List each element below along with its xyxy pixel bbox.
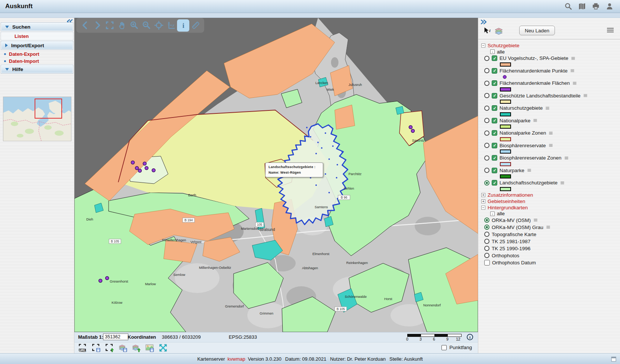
layer-menu-icon[interactable] [533, 118, 538, 123]
layer-menu-icon[interactable] [570, 68, 575, 73]
layer-checkbox[interactable] [492, 180, 497, 186]
layer-radio[interactable] [484, 56, 489, 61]
zoom-full-arrows-icon[interactable] [158, 343, 168, 353]
sidebar-item-listen[interactable]: Listen [1, 32, 73, 40]
layer-group-gebietseinheiten[interactable]: +Gebietseinheiten [481, 198, 620, 204]
pointer-info-icon[interactable]: i [483, 27, 491, 35]
layer-radio[interactable] [484, 93, 489, 98]
select-all-layers[interactable]: ↓alle [481, 49, 620, 55]
layer-checkbox[interactable] [492, 118, 497, 123]
layer-radio[interactable] [484, 218, 489, 223]
sidebar-item-daten-import[interactable]: Daten-Import [0, 58, 74, 65]
layer-checkbox[interactable] [492, 155, 497, 161]
scale-input[interactable] [103, 334, 128, 340]
footer-brand[interactable]: kvwmap [228, 356, 245, 362]
footer-prefix: Kartenserver [197, 356, 225, 362]
map-icon[interactable] [578, 2, 587, 11]
expand-right-sidebar-icon[interactable] [481, 19, 487, 25]
history-back-icon[interactable] [79, 19, 91, 32]
layer-group-zusatzinformationen[interactable]: +Zusatzinformationen [481, 192, 620, 198]
measure-ruler-icon[interactable] [189, 19, 202, 32]
layer-radio[interactable] [484, 155, 489, 161]
layer-menu-icon[interactable] [548, 131, 553, 136]
load-extent-icon[interactable] [105, 343, 115, 353]
pan-hand-icon[interactable] [116, 19, 128, 32]
layer-checkbox[interactable] [484, 260, 490, 265]
layer-menu-icon[interactable] [548, 143, 553, 148]
sidebar-section-suchen[interactable]: Suchen [1, 22, 73, 31]
load-layers-icon[interactable] [131, 343, 141, 353]
layer-group-schutzgebiete[interactable]: −Schutzgebiete [481, 42, 620, 49]
layer-menu-icon[interactable] [545, 106, 550, 111]
layer-checkbox[interactable] [492, 143, 497, 148]
layer-radio[interactable] [484, 168, 489, 173]
url-extent-icon[interactable]: URL [78, 343, 88, 353]
save-map-image-icon[interactable] [145, 343, 155, 353]
full-extent-corners-icon[interactable] [103, 19, 116, 32]
layer-radio[interactable] [484, 143, 489, 148]
svg-text:i: i [182, 22, 184, 29]
zoom-out-icon[interactable] [140, 19, 152, 32]
layer-menu-icon[interactable] [571, 56, 576, 61]
search-icon[interactable] [564, 2, 573, 11]
print-icon[interactable] [591, 2, 600, 11]
reload-button[interactable]: Neu Laden [519, 26, 555, 35]
layer-checkbox[interactable] [492, 80, 497, 86]
layer-checkbox[interactable] [492, 93, 497, 99]
layer-checkbox[interactable] [492, 105, 497, 111]
layer-menu-icon[interactable] [527, 168, 532, 173]
collapse-group-icon[interactable]: − [481, 206, 485, 210]
road-badge-label: 105 [257, 223, 262, 226]
sidebar-section-hilfe[interactable]: Hilfe [1, 65, 73, 74]
layer-radio[interactable] [484, 225, 489, 230]
layer-group-hintergrundkarten[interactable]: −Hintergrundkarten [481, 204, 620, 211]
layer-group-label: Schutzgebiete [488, 43, 520, 48]
punktfang-checkbox[interactable] [441, 345, 447, 350]
layer-checkbox[interactable] [492, 168, 497, 173]
layer-row-orthophotos: Orthophotos [481, 252, 620, 259]
layer-checkbox[interactable] [492, 55, 497, 61]
layer-radio[interactable] [484, 232, 489, 237]
collapse-group-icon[interactable]: − [481, 44, 485, 48]
layer-radio[interactable] [484, 180, 489, 186]
layer-radio[interactable] [484, 81, 489, 86]
layer-menu-icon[interactable] [533, 218, 538, 223]
layer-label: Landschaftsschutzgebiete [499, 180, 558, 186]
select-all-layers[interactable]: ↓alle [481, 211, 620, 217]
layer-radio[interactable] [484, 68, 489, 73]
layer-radio[interactable] [484, 239, 489, 244]
overview-map[interactable] [3, 97, 71, 141]
chevron-right-icon [5, 44, 8, 47]
save-layers-icon[interactable] [118, 343, 128, 353]
layer-radio[interactable] [484, 106, 489, 111]
layer-radio[interactable] [484, 131, 489, 136]
layer-menu-icon[interactable] [572, 81, 577, 86]
layer-menu-icon[interactable] [560, 180, 565, 186]
layer-checkbox[interactable] [492, 130, 497, 136]
footer-window-icon[interactable] [611, 357, 616, 362]
layer-label: Naturschutzgebiete [499, 105, 543, 111]
scalebar-segment [448, 334, 461, 336]
sidebar-item-daten-export[interactable]: Daten-Export [0, 51, 74, 58]
sidebar-section-import-export[interactable]: Import/Export [1, 41, 73, 50]
layer-checkbox[interactable] [492, 68, 497, 74]
info-query-icon[interactable]: i [177, 19, 189, 32]
layer-radio[interactable] [484, 253, 489, 258]
history-forward-icon[interactable] [91, 19, 103, 32]
layer-menu-icon[interactable] [564, 155, 569, 161]
layer-menu-icon[interactable] [546, 225, 551, 230]
zoom-in-icon[interactable] [128, 19, 140, 32]
save-extent-icon[interactable] [91, 343, 101, 353]
user-icon[interactable] [605, 2, 614, 11]
layer-radio[interactable] [484, 246, 489, 251]
layer-menu-icon[interactable] [583, 93, 588, 98]
expand-group-icon[interactable]: + [481, 193, 485, 197]
expand-group-icon[interactable]: + [481, 199, 485, 203]
layer-panel-menu-icon[interactable] [607, 27, 614, 33]
layer-radio[interactable] [484, 118, 489, 123]
layers-stack-icon[interactable] [494, 26, 504, 36]
map-info-icon[interactable]: i [466, 334, 473, 341]
center-map-icon[interactable] [152, 19, 165, 32]
scalebar-segment [434, 334, 448, 336]
coordinates-xy-icon[interactable]: x,y [165, 19, 177, 32]
